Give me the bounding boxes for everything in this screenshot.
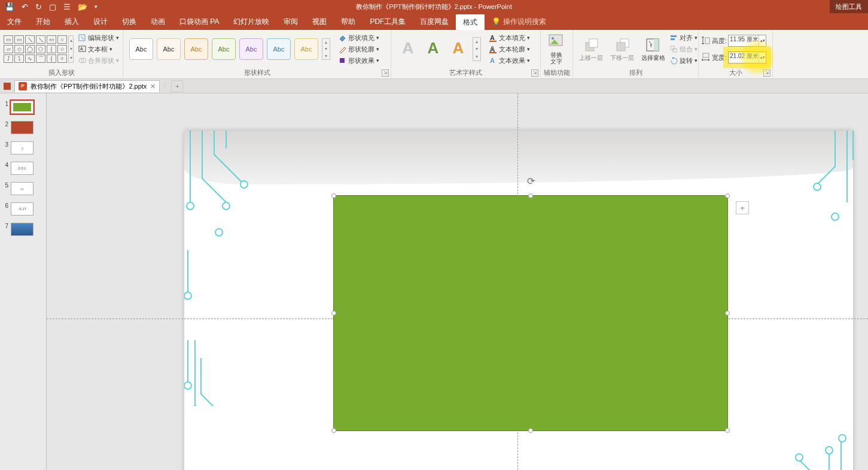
thumbnail-slide-6[interactable]: 6◦5.17 (0, 201, 46, 222)
window-title: 教你制作《PPT制作倒计时功能》2.pptx - PowerPoint (356, 2, 511, 11)
text-box-button[interactable]: A 文本框▾ (77, 44, 120, 54)
shape-outline-button[interactable]: 形状轮廓▾ (337, 44, 380, 54)
shape-style-gallery[interactable]: Abc Abc Abc Abc Abc Abc Abc ▴▾▾ (126, 38, 334, 60)
new-tab-button[interactable]: + (171, 80, 183, 92)
tab-pocket-animation[interactable]: 口袋动画 PA (172, 13, 226, 30)
svg-point-33 (832, 213, 839, 220)
alt-text-button[interactable]: 替换 文字 (543, 32, 569, 66)
tab-help[interactable]: 帮助 (334, 13, 363, 30)
tab-review[interactable]: 审阅 (276, 13, 305, 30)
thumbnail-slide-3[interactable]: 3▯ (0, 140, 46, 160)
resize-handle-ne[interactable] (725, 193, 730, 198)
redo-icon[interactable]: ↻ (35, 2, 42, 11)
align-button[interactable]: 对齐▾ (670, 32, 698, 43)
tab-insert[interactable]: 插入 (57, 13, 86, 30)
rotate-button[interactable]: 旋转▾ (670, 55, 698, 66)
slide-thumbnail-panel[interactable]: 1 2 3▯ 42:0:1 5▭ 6◦5.17 7 (0, 93, 47, 470)
effects-icon (339, 57, 346, 65)
shape-effects-button[interactable]: 形状效果▾ (337, 55, 380, 66)
slide-canvas[interactable]: ⟳ + (47, 93, 868, 470)
svg-point-29 (184, 292, 191, 299)
size-dialog-launcher[interactable]: ⇲ (763, 69, 770, 77)
svg-text:A: A (80, 47, 83, 51)
tab-pdf-tools[interactable]: PDF工具集 (363, 13, 413, 30)
touch-mode-icon[interactable]: ☰ (63, 2, 71, 11)
resize-handle-e[interactable] (725, 311, 730, 316)
selection-pane-button[interactable]: 选择窗格 (640, 38, 666, 61)
text-effects-button[interactable]: A 文本效果▾ (488, 55, 531, 66)
wordart-dialog-launcher[interactable]: ⇲ (531, 69, 538, 77)
text-box-icon: A (78, 46, 86, 53)
edit-shape-button[interactable]: 编辑形状▾ (77, 32, 120, 43)
contextual-tab-drawing-tools: 绘图工具 (830, 0, 868, 13)
save-icon[interactable]: 💾 (5, 2, 14, 11)
height-icon (701, 36, 711, 46)
tab-transitions[interactable]: 切换 (115, 13, 144, 30)
svg-rect-23 (705, 38, 709, 44)
width-input[interactable]: 21.02 厘米▴▾ (728, 51, 766, 63)
thumbnail-slide-4[interactable]: 42:0:1 (0, 160, 46, 181)
tab-format[interactable]: 格式 (456, 13, 485, 30)
tab-slideshow[interactable]: 幻灯片放映 (226, 13, 276, 30)
width-row: 宽度: 21.02 厘米▴▾ (701, 51, 766, 64)
svg-point-30 (184, 382, 191, 389)
svg-point-34 (796, 454, 803, 461)
text-outline-button[interactable]: A 文本轮廓▾ (488, 44, 531, 54)
svg-point-32 (814, 183, 821, 190)
style-gallery-more[interactable]: ▴▾▾ (322, 38, 330, 60)
decorative-circuit-right-bottom (781, 406, 859, 470)
group-label-arrange: 排列 (575, 67, 696, 78)
rotation-handle[interactable]: ⟳ (527, 175, 535, 187)
resize-handle-nw[interactable] (331, 193, 336, 198)
resize-handle-s[interactable] (528, 428, 533, 433)
open-icon[interactable]: 📂 (78, 2, 87, 11)
selection-pane-icon (645, 38, 661, 53)
bring-forward-button[interactable]: 上移一层 (578, 38, 604, 61)
svg-rect-21 (671, 46, 674, 50)
svg-point-35 (826, 447, 833, 454)
wordart-gallery-more[interactable]: ▴▾▾ (473, 37, 481, 61)
title-bar: 💾 ↶ ↻ ▢ ☰ 📂 ▾ 教你制作《PPT制作倒计时功能》2.pptx - P… (0, 0, 868, 13)
thumbnail-slide-1[interactable]: 1 (0, 99, 46, 120)
text-fill-button[interactable]: A 文本填充▾ (488, 32, 531, 43)
tab-file[interactable]: 文件 (0, 13, 29, 30)
svg-rect-5 (340, 58, 345, 63)
tab-baidu-netdisk[interactable]: 百度网盘 (413, 13, 456, 30)
thumbnail-slide-2[interactable]: 2 (0, 120, 46, 140)
merge-shapes-button[interactable]: 合并形状▾ (77, 55, 120, 66)
close-tab-icon[interactable]: ✕ (150, 83, 156, 90)
resize-handle-w[interactable] (331, 311, 336, 316)
resize-handle-sw[interactable] (331, 428, 336, 433)
resize-handle-n[interactable] (528, 193, 533, 198)
text-fill-icon: A (489, 34, 497, 42)
svg-rect-24 (703, 53, 709, 57)
height-input[interactable]: 11.95 厘米▴▾ (728, 35, 766, 47)
qat-dropdown-icon[interactable]: ▾ (95, 4, 98, 10)
shapes-gallery[interactable]: ▭▭＼＼▭○ ▱◇◯⬡{☆ ⤴⤵∿⌒{✧ (2, 34, 68, 64)
document-tab[interactable]: P 教你制作《PPT制作倒计时功能》2.pptx ✕ (14, 80, 160, 92)
add-shape-placeholder-button[interactable]: + (736, 201, 749, 214)
resize-handle-se[interactable] (725, 428, 730, 433)
thumbnail-slide-5[interactable]: 5▭ (0, 181, 46, 201)
tell-me-search[interactable]: 💡 操作说明搜索 (485, 13, 553, 30)
group-icon (670, 46, 678, 53)
send-backward-button[interactable]: 下移一层 (609, 38, 635, 61)
fill-bucket-icon (339, 34, 346, 42)
wordart-gallery[interactable]: A A A ▴▾▾ (394, 37, 485, 61)
svg-point-12 (552, 37, 554, 40)
group-label-insert-shapes: 插入形状 (2, 67, 120, 78)
undo-icon[interactable]: ↶ (22, 2, 28, 11)
tab-animations[interactable]: 动画 (144, 13, 172, 30)
decorative-circuit-left (184, 131, 280, 406)
start-from-beginning-icon[interactable]: ▢ (49, 2, 56, 11)
svg-rect-7 (489, 41, 497, 42)
tab-design[interactable]: 设计 (86, 13, 115, 30)
tab-view[interactable]: 视图 (305, 13, 334, 30)
tab-home[interactable]: 开始 (29, 13, 57, 30)
group-button[interactable]: 组合▾ (670, 44, 698, 54)
shape-styles-dialog-launcher[interactable]: ⇲ (382, 69, 389, 77)
thumbnail-slide-7[interactable]: 7 (0, 222, 46, 242)
shape-fill-button[interactable]: 形状填充▾ (337, 32, 380, 43)
document-tab-strip: P 教你制作《PPT制作倒计时功能》2.pptx ✕ ⋮ + (0, 79, 868, 93)
selected-rectangle-shape[interactable]: ⟳ (333, 195, 728, 431)
